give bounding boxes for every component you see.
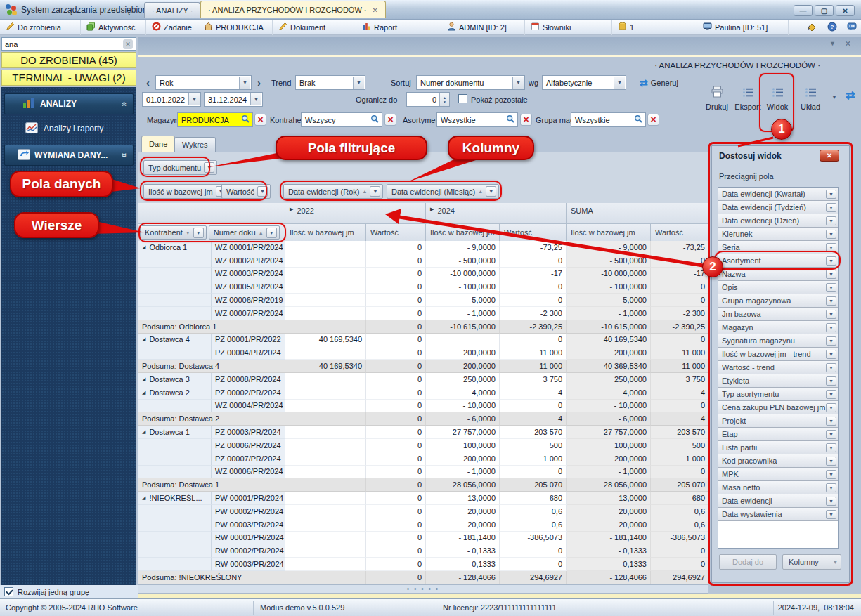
pivot-value-cell[interactable]: 0 (500, 294, 567, 307)
toolbar-button-eksport[interactable]: Eksport (733, 74, 763, 115)
pivot-subtotal-cell[interactable]: - 128,4066 (567, 571, 651, 584)
subtotal-label-cell[interactable]: Podsuma: Dostawca 1 (138, 478, 285, 492)
row-doc-cell[interactable]: PZ 00006/PR/2024 (212, 439, 285, 452)
filter-field-typ-dokumentu[interactable]: Typ dokumentu ▼ (143, 160, 217, 175)
pivot-value-cell[interactable]: - 0,1333 (426, 544, 500, 558)
pivot-subtotal-cell[interactable]: - 6,0000 (567, 412, 651, 426)
filter-dropdown-button[interactable]: ▼ (370, 186, 380, 197)
row-field-numer[interactable]: Numer doku ▲ ▼ (209, 225, 280, 240)
tab-close-icon[interactable]: ✕ (845, 39, 851, 48)
pivot-value-cell[interactable]: 0 (651, 466, 709, 479)
pivot-subtotal-cell[interactable]: -2 390,25 (651, 320, 709, 334)
row-doc-cell[interactable]: WZ 00004/PR/2024 (212, 400, 285, 413)
pivot-subtotal-cell[interactable] (285, 320, 366, 334)
pivot-value-cell[interactable]: 1 000 (500, 452, 567, 466)
close-button[interactable]: ✕ (836, 5, 855, 16)
field-item-etykieta[interactable]: Etykieta▼ (718, 374, 838, 388)
pivot-value-cell[interactable]: 0,6 (500, 518, 567, 532)
pivot-value-cell[interactable]: 0 (366, 452, 426, 466)
pivot-value-cell[interactable]: 20,0000 (426, 505, 500, 518)
pivot-subtotal-cell[interactable]: -2 390,25 (500, 320, 567, 334)
pivot-value-cell[interactable]: - 5,0000 (567, 294, 651, 307)
tab-list-chevron-icon[interactable]: ▼ (829, 40, 836, 47)
field-dropdown-button[interactable]: ▼ (826, 497, 836, 506)
refresh-icon[interactable]: ⇄ (846, 89, 855, 102)
pivot-value-cell[interactable]: 0 (500, 558, 567, 571)
pivot-value-cell[interactable] (285, 426, 366, 439)
row-field-kontrahent[interactable]: Kontrahent ▼ ▼ (140, 225, 207, 240)
pivot-value-cell[interactable]: 0 (651, 294, 709, 307)
pivot-value-cell[interactable]: - 1,0000 (567, 307, 651, 320)
add-to-button[interactable]: Dodaj do (719, 554, 777, 570)
pivot-subtotal-cell[interactable]: -10 615,0000 (426, 320, 500, 334)
row-group-cell[interactable] (138, 307, 212, 320)
row-group-cell[interactable] (138, 294, 212, 307)
pivot-value-cell[interactable]: -386,5073 (500, 532, 567, 545)
pivot-value-cell[interactable]: - 1,0000 (426, 466, 500, 479)
pivot-value-cell[interactable]: 0 (366, 373, 426, 386)
pivot-value-cell[interactable]: 0 (651, 254, 709, 268)
field-dropdown-button[interactable]: ▼ (826, 363, 836, 372)
menu-item-aktywno[interactable]: Aktywność (81, 20, 146, 35)
pivot-value-cell[interactable]: 4,0000 (567, 386, 651, 400)
pivot-value-cell[interactable]: 40 169,5340 (567, 334, 651, 347)
row-doc-cell[interactable]: WZ 00001/PR/2024 (212, 241, 285, 254)
field-dropdown-button[interactable]: ▼ (826, 470, 836, 479)
pivot-subtotal-cell[interactable]: 11 000 (500, 360, 567, 373)
pivot-value-cell[interactable]: 20,0000 (567, 505, 651, 518)
pivot-value-cell[interactable] (285, 466, 366, 479)
row-group-cell[interactable]: ◢Dostawca 3 (138, 373, 212, 386)
row-doc-cell[interactable]: PZ 00008/PR/2024 (212, 373, 285, 386)
pivot-value-cell[interactable]: 0 (651, 280, 709, 294)
magazyn-clear-button[interactable]: ✕ (254, 114, 266, 126)
pivot-value-cell[interactable]: -2 300 (500, 307, 567, 320)
expand-year-icon[interactable]: ▶ (430, 207, 434, 212)
pivot-value-cell[interactable] (285, 544, 366, 558)
row-group-cell[interactable]: ◢Dostawca 4 (138, 334, 212, 347)
limit-spinner[interactable]: 0 ▲▼ (406, 92, 450, 107)
row-group-cell[interactable]: ◢Odbiorca 1 (138, 241, 212, 254)
group-header-2022[interactable]: ▶2022 (285, 203, 426, 224)
field-dropdown-button[interactable]: ▼ (826, 417, 836, 426)
field-item-magazyn[interactable]: Magazyn▼ (718, 321, 838, 334)
pivot-value-cell[interactable]: - 9,0000 (426, 241, 500, 254)
pivot-value-cell[interactable]: 0 (366, 307, 426, 320)
filter-dropdown-button[interactable]: ▼ (266, 228, 277, 238)
search-icon[interactable] (634, 114, 644, 125)
grupa-mag-clear-button[interactable]: ✕ (647, 114, 659, 126)
pivot-value-cell[interactable] (285, 373, 366, 386)
field-dropdown-button[interactable]: ▼ (826, 390, 836, 399)
pivot-value-cell[interactable]: -10 000,0000 (567, 268, 651, 281)
filter-dropdown-button[interactable]: ▼ (486, 186, 496, 197)
pivot-value-cell[interactable]: - 100,0000 (567, 280, 651, 294)
row-group-cell[interactable]: ◢Dostawca 2 (138, 386, 212, 400)
pivot-value-cell[interactable] (285, 518, 366, 532)
sidebar-group-wymiana[interactable]: WYMIANA DANY... » (4, 145, 134, 166)
pivot-value-cell[interactable]: 500 (500, 439, 567, 452)
field-dropdown-button[interactable]: ▼ (826, 296, 836, 306)
row-doc-cell[interactable]: PW 00002/PR/2024 (212, 505, 285, 518)
row-doc-cell[interactable]: WZ 00002/PR/2024 (212, 254, 285, 268)
expand-row-icon[interactable]: ◢ (142, 390, 145, 395)
pivot-value-cell[interactable]: -17 (651, 268, 709, 281)
row-group-cell[interactable] (138, 558, 212, 571)
pivot-subtotal-cell[interactable]: 4 (651, 412, 709, 426)
pivot-value-cell[interactable]: - 9,0000 (567, 241, 651, 254)
expand-row-icon[interactable]: ◢ (142, 244, 145, 250)
field-item-cena-zakupu-pln-bazowej-jm[interactable]: Cena zakupu PLN bazowej jm▼ (718, 401, 838, 414)
prev-period-button[interactable]: ‹ (142, 75, 154, 90)
pivot-value-cell[interactable]: - 500,0000 (567, 254, 651, 268)
row-doc-cell[interactable]: PZ 00001/PR/2022 (212, 334, 285, 347)
pivot-subtotal-cell[interactable]: 0 (366, 360, 426, 373)
tab-analizy[interactable]: · ANALIZY · (144, 2, 200, 18)
row-doc-cell[interactable]: RW 00003/PR/2024 (212, 558, 285, 571)
pivot-value-cell[interactable]: 100,0000 (426, 439, 500, 452)
pivot-value-cell[interactable]: 203 570 (500, 426, 567, 439)
field-item-warto-trend[interactable]: Wartość - trend▼ (718, 361, 838, 374)
pivot-value-cell[interactable]: 200,0000 (426, 452, 500, 466)
expand-row-icon[interactable]: ◢ (142, 376, 145, 382)
pivot-value-cell[interactable]: - 5,0000 (426, 294, 500, 307)
pivot-value-cell[interactable] (285, 492, 366, 505)
row-group-cell[interactable] (138, 452, 212, 466)
pivot-value-cell[interactable]: -386,5073 (651, 532, 709, 545)
